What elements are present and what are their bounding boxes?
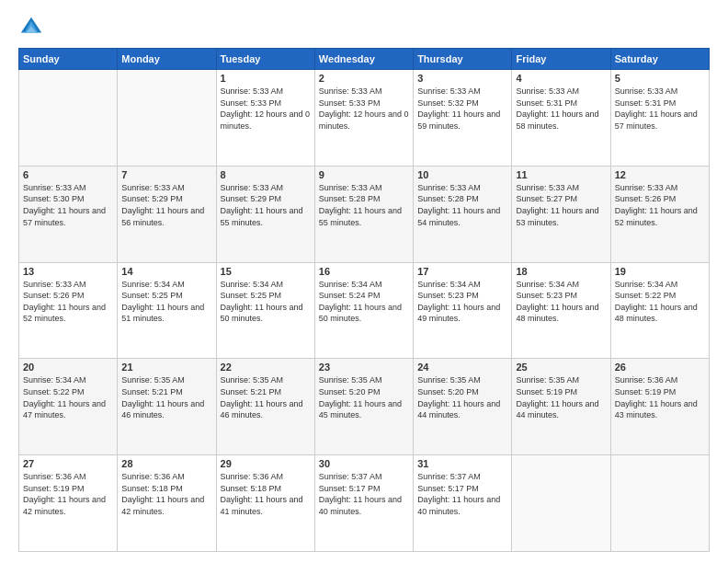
day-info: Sunrise: 5:36 AMSunset: 5:18 PMDaylight:…: [121, 471, 211, 517]
day-number: 20: [23, 362, 113, 373]
day-number: 24: [417, 362, 507, 373]
day-info: Sunrise: 5:33 AMSunset: 5:26 PMDaylight:…: [615, 182, 705, 228]
day-cell: 3Sunrise: 5:33 AMSunset: 5:32 PMDaylight…: [414, 70, 512, 167]
day-cell: 22Sunrise: 5:35 AMSunset: 5:21 PMDayligh…: [216, 359, 314, 455]
day-number: 3: [417, 73, 507, 84]
day-info: Sunrise: 5:35 AMSunset: 5:19 PMDaylight:…: [516, 374, 606, 420]
day-info: Sunrise: 5:33 AMSunset: 5:33 PMDaylight:…: [319, 86, 409, 132]
day-cell: 26Sunrise: 5:36 AMSunset: 5:19 PMDayligh…: [610, 359, 709, 455]
day-cell: 27Sunrise: 5:36 AMSunset: 5:19 PMDayligh…: [19, 455, 118, 552]
day-info: Sunrise: 5:36 AMSunset: 5:18 PMDaylight:…: [221, 471, 311, 517]
day-cell: 31Sunrise: 5:37 AMSunset: 5:17 PMDayligh…: [414, 455, 512, 552]
day-cell: 30Sunrise: 5:37 AMSunset: 5:17 PMDayligh…: [314, 455, 413, 552]
day-number: 27: [23, 458, 113, 469]
day-cell: 18Sunrise: 5:34 AMSunset: 5:23 PMDayligh…: [512, 262, 610, 359]
weekday-sunday: Sunday: [19, 49, 118, 70]
day-number: 2: [319, 73, 409, 84]
day-info: Sunrise: 5:36 AMSunset: 5:19 PMDaylight:…: [23, 471, 113, 517]
logo: [18, 15, 48, 40]
day-info: Sunrise: 5:35 AMSunset: 5:21 PMDaylight:…: [121, 374, 211, 420]
header: [18, 15, 710, 40]
day-cell: 8Sunrise: 5:33 AMSunset: 5:29 PMDaylight…: [216, 166, 314, 262]
day-info: Sunrise: 5:34 AMSunset: 5:25 PMDaylight:…: [221, 279, 311, 325]
weekday-monday: Monday: [118, 49, 216, 70]
day-info: Sunrise: 5:36 AMSunset: 5:19 PMDaylight:…: [615, 374, 705, 420]
weekday-saturday: Saturday: [610, 49, 709, 70]
week-row-4: 20Sunrise: 5:34 AMSunset: 5:22 PMDayligh…: [19, 359, 710, 455]
day-cell: 7Sunrise: 5:33 AMSunset: 5:29 PMDaylight…: [118, 166, 216, 262]
day-number: 31: [417, 458, 507, 469]
day-cell: 23Sunrise: 5:35 AMSunset: 5:20 PMDayligh…: [314, 359, 413, 455]
day-cell: 29Sunrise: 5:36 AMSunset: 5:18 PMDayligh…: [216, 455, 314, 552]
day-cell: 21Sunrise: 5:35 AMSunset: 5:21 PMDayligh…: [118, 359, 216, 455]
day-cell: [19, 70, 118, 167]
day-number: 9: [319, 169, 409, 180]
day-cell: [118, 70, 216, 167]
day-cell: 16Sunrise: 5:34 AMSunset: 5:24 PMDayligh…: [314, 262, 413, 359]
day-cell: 15Sunrise: 5:34 AMSunset: 5:25 PMDayligh…: [216, 262, 314, 359]
day-number: 1: [221, 73, 311, 84]
day-number: 21: [121, 362, 211, 373]
day-info: Sunrise: 5:34 AMSunset: 5:22 PMDaylight:…: [23, 374, 113, 420]
day-number: 30: [319, 458, 409, 469]
weekday-header-row: SundayMondayTuesdayWednesdayThursdayFrid…: [19, 49, 710, 70]
day-cell: 11Sunrise: 5:33 AMSunset: 5:27 PMDayligh…: [512, 166, 610, 262]
day-cell: 19Sunrise: 5:34 AMSunset: 5:22 PMDayligh…: [610, 262, 709, 359]
day-cell: 5Sunrise: 5:33 AMSunset: 5:31 PMDaylight…: [610, 70, 709, 167]
day-cell: 28Sunrise: 5:36 AMSunset: 5:18 PMDayligh…: [118, 455, 216, 552]
day-number: 17: [417, 266, 507, 277]
day-number: 8: [221, 169, 311, 180]
day-number: 4: [516, 73, 606, 84]
week-row-5: 27Sunrise: 5:36 AMSunset: 5:19 PMDayligh…: [19, 455, 710, 552]
day-info: Sunrise: 5:34 AMSunset: 5:23 PMDaylight:…: [417, 279, 507, 325]
day-info: Sunrise: 5:34 AMSunset: 5:22 PMDaylight:…: [615, 279, 705, 325]
day-number: 14: [121, 266, 211, 277]
day-number: 15: [221, 266, 311, 277]
day-number: 19: [615, 266, 705, 277]
day-cell: [512, 455, 610, 552]
day-number: 10: [417, 169, 507, 180]
day-info: Sunrise: 5:33 AMSunset: 5:26 PMDaylight:…: [23, 279, 113, 325]
day-cell: 25Sunrise: 5:35 AMSunset: 5:19 PMDayligh…: [512, 359, 610, 455]
day-info: Sunrise: 5:33 AMSunset: 5:29 PMDaylight:…: [221, 182, 311, 228]
day-number: 5: [615, 73, 705, 84]
day-number: 13: [23, 266, 113, 277]
weekday-tuesday: Tuesday: [216, 49, 314, 70]
day-info: Sunrise: 5:34 AMSunset: 5:25 PMDaylight:…: [121, 279, 211, 325]
day-info: Sunrise: 5:34 AMSunset: 5:24 PMDaylight:…: [319, 279, 409, 325]
day-info: Sunrise: 5:35 AMSunset: 5:21 PMDaylight:…: [221, 374, 311, 420]
day-number: 25: [516, 362, 606, 373]
day-info: Sunrise: 5:34 AMSunset: 5:23 PMDaylight:…: [516, 279, 606, 325]
day-number: 7: [121, 169, 211, 180]
logo-icon: [18, 15, 44, 40]
day-cell: 17Sunrise: 5:34 AMSunset: 5:23 PMDayligh…: [414, 262, 512, 359]
day-number: 28: [121, 458, 211, 469]
day-cell: 1Sunrise: 5:33 AMSunset: 5:33 PMDaylight…: [216, 70, 314, 167]
day-cell: 13Sunrise: 5:33 AMSunset: 5:26 PMDayligh…: [19, 262, 118, 359]
day-cell: 12Sunrise: 5:33 AMSunset: 5:26 PMDayligh…: [610, 166, 709, 262]
weekday-thursday: Thursday: [414, 49, 512, 70]
day-number: 29: [221, 458, 311, 469]
day-info: Sunrise: 5:37 AMSunset: 5:17 PMDaylight:…: [417, 471, 507, 517]
week-row-1: 1Sunrise: 5:33 AMSunset: 5:33 PMDaylight…: [19, 70, 710, 167]
day-cell: 24Sunrise: 5:35 AMSunset: 5:20 PMDayligh…: [414, 359, 512, 455]
day-number: 16: [319, 266, 409, 277]
week-row-2: 6Sunrise: 5:33 AMSunset: 5:30 PMDaylight…: [19, 166, 710, 262]
day-info: Sunrise: 5:37 AMSunset: 5:17 PMDaylight:…: [319, 471, 409, 517]
day-number: 11: [516, 169, 606, 180]
day-info: Sunrise: 5:33 AMSunset: 5:29 PMDaylight:…: [121, 182, 211, 228]
day-info: Sunrise: 5:33 AMSunset: 5:28 PMDaylight:…: [417, 182, 507, 228]
day-cell: 4Sunrise: 5:33 AMSunset: 5:31 PMDaylight…: [512, 70, 610, 167]
day-info: Sunrise: 5:35 AMSunset: 5:20 PMDaylight:…: [319, 374, 409, 420]
day-info: Sunrise: 5:35 AMSunset: 5:20 PMDaylight:…: [417, 374, 507, 420]
day-info: Sunrise: 5:33 AMSunset: 5:33 PMDaylight:…: [221, 86, 311, 132]
day-cell: [610, 455, 709, 552]
day-info: Sunrise: 5:33 AMSunset: 5:30 PMDaylight:…: [23, 182, 113, 228]
day-cell: 2Sunrise: 5:33 AMSunset: 5:33 PMDaylight…: [314, 70, 413, 167]
day-info: Sunrise: 5:33 AMSunset: 5:28 PMDaylight:…: [319, 182, 409, 228]
day-info: Sunrise: 5:33 AMSunset: 5:31 PMDaylight:…: [615, 86, 705, 132]
day-info: Sunrise: 5:33 AMSunset: 5:31 PMDaylight:…: [516, 86, 606, 132]
page: SundayMondayTuesdayWednesdayThursdayFrid…: [0, 0, 728, 563]
weekday-wednesday: Wednesday: [314, 49, 413, 70]
day-cell: 10Sunrise: 5:33 AMSunset: 5:28 PMDayligh…: [414, 166, 512, 262]
